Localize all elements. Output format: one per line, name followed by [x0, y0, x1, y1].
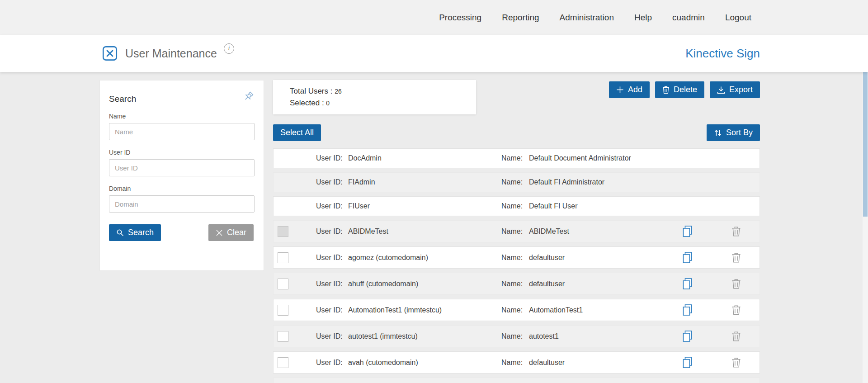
- nav-logout[interactable]: Logout: [725, 13, 751, 23]
- row-checkbox[interactable]: [278, 279, 288, 289]
- delete-user-icon[interactable]: [731, 252, 741, 263]
- user-id-value: FIUser: [348, 202, 370, 210]
- user-id-label: User ID:: [316, 178, 343, 186]
- user-id-value: agomez (cutomedomain): [348, 254, 428, 262]
- user-id-value: ahuff (cutomedomain): [348, 280, 418, 288]
- user-name-label: Name:: [501, 306, 523, 314]
- select-all-label: Select All: [280, 128, 314, 137]
- row-checkbox[interactable]: [278, 357, 288, 368]
- clear-button[interactable]: Clear: [208, 224, 254, 241]
- export-icon: [717, 86, 725, 94]
- delete-button-label: Delete: [674, 85, 697, 95]
- copy-user-icon[interactable]: [682, 330, 693, 343]
- user-row: User ID: FIAdmin Name: Default FI Admini…: [273, 172, 760, 192]
- user-name-value: Default Document Administrator: [529, 154, 631, 162]
- copy-user-icon[interactable]: [682, 278, 693, 290]
- user-row: User ID: ABIDMeTest Name: ABIDMeTest: [273, 220, 760, 242]
- sort-icon: [714, 129, 722, 137]
- user-list: User ID: DocAdmin Name: Default Document…: [273, 148, 760, 383]
- total-users-label: Total Users :: [290, 87, 332, 95]
- user-name-label: Name:: [501, 359, 523, 367]
- nav-reporting[interactable]: Reporting: [502, 13, 539, 23]
- scrollbar-thumb[interactable]: [863, 72, 868, 217]
- selected-value: 0: [326, 99, 330, 107]
- user-row: [273, 378, 760, 383]
- user-id-value: AutomationTest1 (immtestcu): [348, 306, 442, 314]
- user-id-input[interactable]: [109, 159, 255, 176]
- add-icon: [616, 86, 624, 94]
- total-users-value: 26: [335, 88, 342, 95]
- user-name-value: autotest1: [529, 332, 559, 340]
- nav-processing[interactable]: Processing: [439, 13, 481, 23]
- clear-icon: [216, 229, 223, 236]
- user-name-label: Name:: [501, 332, 523, 340]
- user-name-label: Name:: [501, 227, 523, 236]
- field-label: User ID: [109, 149, 255, 156]
- copy-user-icon[interactable]: [682, 251, 693, 264]
- user-name-value: Default FI User: [529, 202, 578, 210]
- user-name-label: Name:: [501, 154, 523, 162]
- page: Processing Reporting Administration Help…: [0, 0, 868, 383]
- user-name-label: Name:: [501, 202, 523, 210]
- delete-user-icon[interactable]: [731, 331, 741, 342]
- user-id-label: User ID:: [316, 306, 343, 314]
- copy-user-icon[interactable]: [682, 225, 693, 238]
- selected-label: Selected :: [290, 99, 324, 107]
- add-button[interactable]: Add: [609, 81, 650, 98]
- search-field: User ID: [109, 149, 255, 176]
- main-area: Search Name User ID Domain: [0, 72, 868, 383]
- nav-help[interactable]: Help: [634, 13, 652, 23]
- delete-button[interactable]: Delete: [655, 81, 704, 98]
- export-button[interactable]: Export: [710, 81, 760, 98]
- user-id-value: autotest1 (immtestcu): [348, 332, 418, 340]
- action-buttons: Add Delete: [609, 81, 760, 98]
- scrollbar[interactable]: [863, 72, 868, 383]
- select-all-button[interactable]: Select All: [273, 124, 321, 141]
- delete-icon: [662, 86, 670, 94]
- search-fields: Name User ID Domain: [109, 113, 255, 213]
- user-id-label: User ID:: [316, 359, 343, 367]
- user-row: User ID: FIUser Name: Default FI User: [273, 196, 760, 216]
- summary-box: Total Users : 26 Selected : 0: [273, 80, 476, 114]
- user-name-label: Name:: [501, 178, 523, 186]
- search-button-label: Search: [128, 228, 154, 237]
- row-checkbox[interactable]: [278, 252, 288, 263]
- row-checkbox[interactable]: [278, 305, 288, 316]
- copy-user-icon[interactable]: [682, 304, 693, 317]
- search-panel-title: Search: [109, 90, 136, 104]
- name-input[interactable]: [109, 123, 255, 140]
- add-button-label: Add: [628, 85, 642, 95]
- sort-by-button[interactable]: Sort By: [707, 124, 760, 141]
- user-name-value: Default FI Administrator: [529, 178, 604, 186]
- user-name-label: Name:: [501, 280, 523, 288]
- field-label: Name: [109, 113, 255, 120]
- clear-button-label: Clear: [227, 228, 246, 237]
- page-title: User Maintenance: [125, 47, 217, 60]
- row-checkbox[interactable]: [278, 226, 288, 237]
- page-header: User Maintenance i Kinective Sign: [0, 35, 868, 72]
- user-id-value: DocAdmin: [348, 154, 382, 162]
- search-panel: Search Name User ID Domain: [99, 80, 264, 271]
- delete-user-icon[interactable]: [731, 279, 741, 289]
- user-name-value: defaultuser: [529, 359, 565, 367]
- copy-user-icon[interactable]: [682, 356, 693, 369]
- delete-user-icon[interactable]: [731, 305, 741, 316]
- nav-administration[interactable]: Administration: [560, 13, 614, 23]
- pin-icon[interactable]: [242, 90, 255, 103]
- content-column: Total Users : 26 Selected : 0: [273, 80, 760, 383]
- user-name-value: AutomationTest1: [529, 306, 583, 314]
- user-maintenance-icon: [102, 45, 118, 61]
- user-id-label: User ID:: [316, 154, 343, 162]
- delete-user-icon[interactable]: [731, 226, 741, 237]
- delete-user-icon[interactable]: [731, 357, 741, 368]
- user-row: User ID: AutomationTest1 (immtestcu) Nam…: [273, 299, 760, 321]
- user-row: User ID: avah (cutomedomain) Name: defau…: [273, 351, 760, 374]
- row-checkbox[interactable]: [278, 331, 288, 342]
- nav-cuadmin[interactable]: cuadmin: [672, 13, 705, 23]
- user-id-label: User ID:: [316, 332, 343, 340]
- user-name-value: defaultuser: [529, 254, 565, 262]
- user-row: User ID: ahuff (cutomedomain) Name: defa…: [273, 273, 760, 295]
- domain-input[interactable]: [109, 195, 255, 213]
- search-button[interactable]: Search: [109, 224, 161, 241]
- info-icon[interactable]: i: [224, 43, 234, 54]
